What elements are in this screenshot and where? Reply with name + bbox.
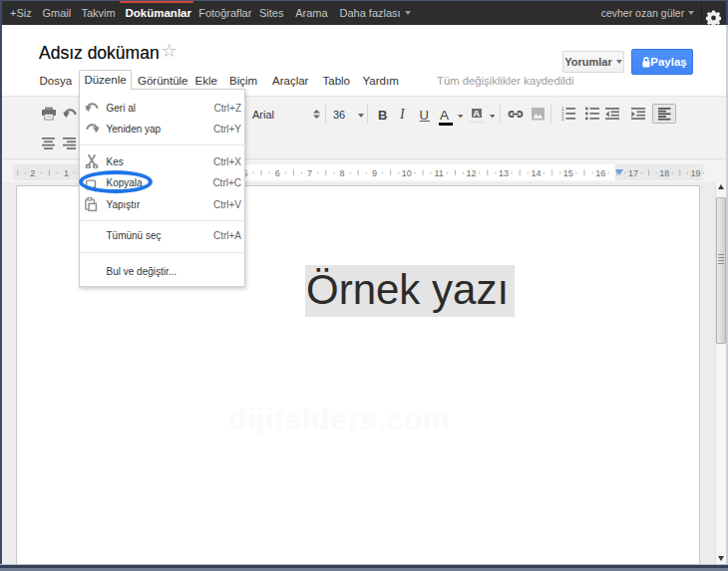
svg-text:8: 8 — [339, 168, 344, 178]
svg-text:3: 3 — [561, 117, 564, 121]
svg-text:10: 10 — [402, 168, 412, 178]
svg-text:9: 9 — [372, 168, 377, 178]
svg-text:16: 16 — [595, 168, 605, 178]
svg-text:14: 14 — [531, 168, 541, 178]
svg-text:18: 18 — [659, 168, 669, 178]
svg-text:1: 1 — [64, 168, 69, 178]
svg-text:15: 15 — [563, 168, 573, 178]
svg-text:6: 6 — [275, 168, 280, 178]
svg-text:11: 11 — [435, 168, 444, 178]
svg-text:17: 17 — [628, 168, 638, 178]
svg-text:19: 19 — [690, 168, 700, 178]
svg-text:12: 12 — [467, 168, 477, 178]
svg-text:13: 13 — [499, 168, 509, 178]
svg-text:7: 7 — [307, 168, 312, 178]
svg-text:2: 2 — [30, 168, 35, 178]
